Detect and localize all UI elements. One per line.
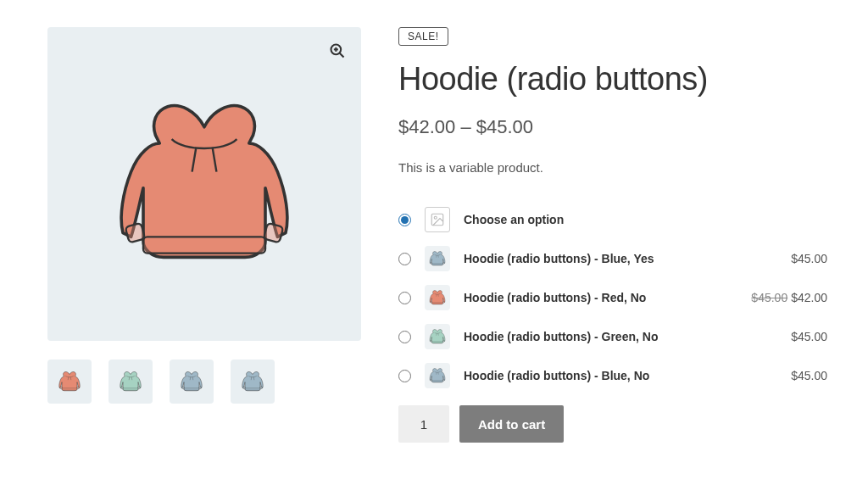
variation-label: Hoodie (radio buttons) - Blue, Yes — [464, 252, 654, 265]
variation-radio[interactable] — [398, 292, 411, 304]
product-summary: SALE! Hoodie (radio buttons) $42.00 – $4… — [398, 27, 827, 443]
variation-price: $45.00$42.00 — [751, 291, 827, 304]
variation-old-price: $45.00 — [751, 291, 787, 304]
variation-option[interactable]: Hoodie (radio buttons) - Red, No $45.00$… — [398, 285, 827, 310]
sale-badge: SALE! — [398, 27, 448, 46]
variation-price: $45.00 — [791, 330, 827, 343]
product-main-image[interactable] — [47, 27, 361, 341]
variation-option-default[interactable]: Choose an option — [398, 207, 827, 232]
variation-radio[interactable] — [398, 253, 411, 265]
product-gallery — [47, 27, 361, 443]
variation-price: $45.00 — [791, 252, 827, 265]
zoom-icon[interactable] — [326, 39, 349, 63]
variation-options: Choose an option Hoodie (radio buttons) … — [398, 207, 827, 388]
add-to-cart-button[interactable]: Add to cart — [459, 405, 564, 443]
product-thumbnails — [47, 360, 361, 404]
variation-swatch — [425, 285, 450, 310]
placeholder-image-icon — [425, 207, 450, 232]
cart-actions: Add to cart — [398, 405, 827, 443]
svg-line-6 — [340, 53, 344, 58]
variation-option[interactable]: Hoodie (radio buttons) - Blue, Yes $45.0… — [398, 246, 827, 271]
variation-label: Hoodie (radio buttons) - Red, No — [464, 291, 646, 304]
hoodie-illustration — [103, 82, 306, 286]
variation-label: Hoodie (radio buttons) - Blue, No — [464, 369, 649, 382]
variation-radio[interactable] — [398, 331, 411, 343]
variation-label: Choose an option — [464, 213, 564, 226]
quantity-input[interactable] — [398, 405, 449, 443]
variation-swatch — [425, 246, 450, 271]
thumbnail[interactable] — [108, 360, 153, 404]
variation-swatch — [425, 363, 450, 388]
product-title: Hoodie (radio buttons) — [398, 61, 827, 98]
variation-swatch — [425, 324, 450, 349]
thumbnail[interactable] — [170, 360, 214, 404]
short-description: This is a variable product. — [398, 160, 827, 175]
thumbnail[interactable] — [47, 360, 92, 404]
price-range: $42.00 – $45.00 — [398, 116, 827, 138]
svg-point-10 — [434, 216, 437, 219]
variation-option[interactable]: Hoodie (radio buttons) - Blue, No $45.00 — [398, 363, 827, 388]
variation-label: Hoodie (radio buttons) - Green, No — [464, 330, 658, 343]
thumbnail[interactable] — [231, 360, 275, 404]
variation-option[interactable]: Hoodie (radio buttons) - Green, No $45.0… — [398, 324, 827, 349]
variation-radio[interactable] — [398, 214, 411, 226]
variation-price: $45.00 — [791, 369, 827, 382]
variation-radio[interactable] — [398, 370, 411, 382]
